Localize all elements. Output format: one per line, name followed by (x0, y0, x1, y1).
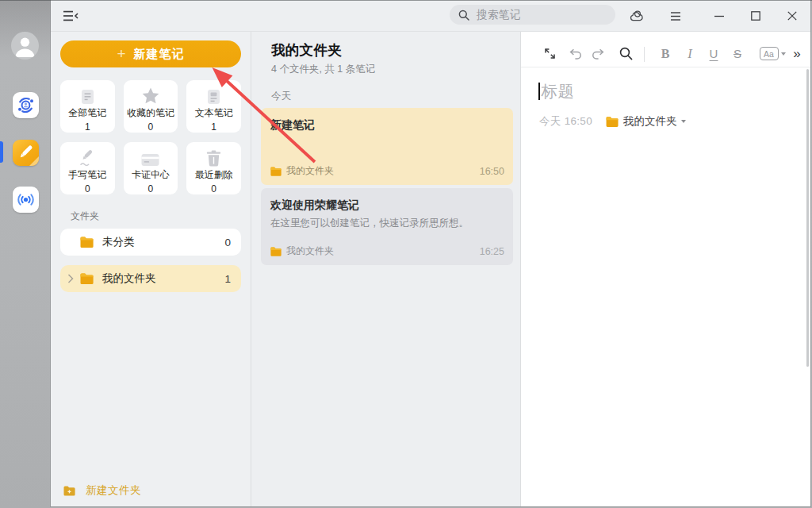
pencil-icon (78, 148, 97, 167)
category-recently-deleted[interactable]: 最近删除 0 (186, 142, 241, 194)
category-label: 手写笔记 (68, 168, 106, 182)
window-topbar: 搜索笔记 (51, 0, 810, 32)
close-button[interactable] (787, 0, 798, 32)
dock (0, 0, 51, 508)
note-list-subtitle: 4 个文件夹, 共 1 条笔记 (271, 63, 375, 76)
note-title-input[interactable]: 标题 (538, 81, 575, 102)
font-style-button[interactable]: Aa (758, 36, 787, 71)
category-label: 文本笔记 (195, 106, 233, 120)
person-icon (11, 32, 39, 60)
folder-name: 我的文件夹 (102, 271, 224, 286)
more-tools-label: » (793, 46, 799, 62)
strikethrough-label: S (733, 47, 741, 60)
category-starred-notes[interactable]: 收藏的笔记 0 (124, 80, 178, 133)
menu-button[interactable] (669, 0, 682, 32)
folder-row-uncategorized[interactable]: 未分类 0 (60, 229, 241, 256)
cloud-sync-icon (630, 10, 643, 21)
search-in-note-button[interactable] (617, 36, 634, 71)
all-notes-icon (81, 86, 94, 105)
strikethrough-button[interactable]: S (730, 36, 745, 71)
notes-app-window: 搜索笔记 (51, 0, 810, 506)
bold-button[interactable]: B (657, 36, 673, 71)
category-count: 0 (148, 121, 154, 133)
active-app-indicator (0, 141, 3, 163)
minimize-icon (714, 11, 724, 21)
trash-icon (206, 148, 221, 167)
text-note-icon (207, 86, 220, 105)
underline-label: U (710, 47, 718, 60)
category-grid: 全部笔记 1 收藏的笔记 0 (60, 80, 241, 194)
toolbar-separator (644, 47, 645, 62)
redo-icon (592, 48, 605, 60)
maximize-icon (751, 11, 760, 21)
folder-count: 1 (224, 273, 231, 285)
category-label: 卡证中心 (132, 168, 170, 182)
search-icon (458, 10, 469, 21)
note-time: 16:25 (480, 246, 504, 257)
dropdown-caret-icon (781, 52, 786, 56)
folder-name: 未分类 (102, 235, 224, 249)
user-avatar[interactable] (11, 32, 39, 60)
cloud-sync-button[interactable] (629, 0, 643, 32)
note-group-label: 今天 (271, 90, 291, 103)
notes-app-icon (13, 140, 39, 166)
maximize-button[interactable] (750, 0, 761, 32)
collapse-sidebar-icon (63, 10, 79, 22)
italic-label: I (688, 46, 692, 62)
search-input[interactable]: 搜索笔记 (450, 5, 615, 25)
italic-button[interactable]: I (682, 36, 698, 71)
expand-icon (543, 47, 557, 60)
expand-editor-button[interactable] (540, 36, 559, 71)
folder-icon (606, 117, 619, 127)
note-card-selected[interactable]: 新建笔记 我的文件夹 16:50 (261, 108, 513, 185)
note-list-title: 我的文件夹 (271, 40, 342, 60)
dock-app-assistant[interactable] (13, 92, 39, 118)
search-placeholder: 搜索笔记 (477, 8, 521, 22)
category-all-notes[interactable]: 全部笔记 1 (60, 80, 115, 133)
folder-count: 0 (224, 237, 231, 248)
note-folder-selector[interactable]: 我的文件夹 (606, 114, 687, 129)
underline-button[interactable]: U (706, 36, 722, 71)
note-list-panel: 我的文件夹 4 个文件夹, 共 1 条笔记 今天 新建笔记 我的文件夹 16:5… (251, 32, 521, 506)
new-note-button[interactable]: + 新建笔记 (60, 40, 241, 67)
category-count: 0 (148, 183, 154, 194)
dock-app-notes[interactable] (13, 140, 39, 166)
category-label: 全部笔记 (68, 106, 106, 120)
note-date: 今天 16:50 (539, 114, 592, 129)
note-card[interactable]: 欢迎使用荣耀笔记 在这里您可以创建笔记，快速记录所思所想。 我的文件夹 16:2… (261, 188, 513, 265)
editor-toolbar: B I U S Aa » (521, 32, 810, 67)
folder-icon (80, 237, 94, 248)
folder-row-my-folder[interactable]: 我的文件夹 1 (60, 265, 241, 292)
dock-app-broadcast[interactable] (13, 187, 39, 213)
assistant-app-icon (16, 95, 36, 115)
note-time: 16:50 (480, 166, 504, 177)
more-tools-button[interactable]: » (788, 36, 804, 71)
minimize-button[interactable] (714, 0, 725, 32)
title-placeholder: 标题 (542, 80, 575, 102)
undo-icon (569, 48, 582, 60)
chevron-right-icon[interactable] (67, 274, 79, 283)
search-icon (619, 47, 633, 60)
category-text-notes[interactable]: 文本笔记 1 (186, 80, 241, 133)
folder-icon (270, 247, 282, 256)
category-card-center[interactable]: 卡证中心 0 (124, 142, 178, 194)
editor-scrollbar[interactable] (806, 69, 810, 367)
broadcast-app-icon (16, 190, 36, 210)
new-folder-icon (63, 486, 75, 496)
folders-section-label: 文件夹 (71, 210, 99, 223)
close-icon (787, 11, 797, 21)
text-cursor (538, 83, 540, 100)
note-folder: 我的文件夹 (286, 244, 480, 258)
redo-button[interactable] (589, 36, 607, 71)
category-count: 1 (85, 121, 90, 133)
category-count: 1 (211, 121, 216, 133)
note-folder-name: 我的文件夹 (623, 114, 677, 129)
note-title: 欢迎使用荣耀笔记 (270, 198, 359, 213)
undo-button[interactable] (566, 36, 584, 71)
folder-icon (80, 273, 94, 284)
editor-panel: B I U S Aa » (521, 32, 810, 506)
new-folder-button[interactable]: 新建文件夹 (63, 483, 141, 498)
collapse-sidebar-button[interactable] (63, 10, 79, 22)
category-count: 0 (85, 183, 90, 194)
category-handwritten-notes[interactable]: 手写笔记 0 (60, 142, 115, 194)
